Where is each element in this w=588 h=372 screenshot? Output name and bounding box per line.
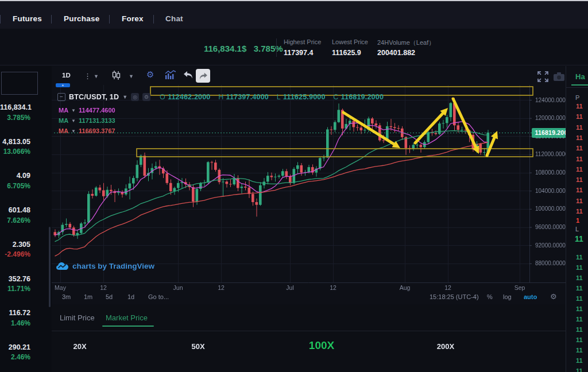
leverage-100x-button[interactable]: 100X: [309, 339, 334, 352]
watchlist-item-value[interactable]: 4.09: [0, 172, 30, 180]
camera-snapshot-icon[interactable]: [554, 72, 564, 81]
bid-row[interactable]: 11: [576, 264, 583, 271]
series-settings-icon[interactable]: ⚙: [142, 93, 150, 101]
symbol-row: − BTC/USDT, 1D ▼ ◎ ⚙ O112462.2000 H11739…: [57, 92, 384, 102]
ask-row[interactable]: 11: [576, 113, 583, 120]
percent-scale-button[interactable]: %: [487, 293, 493, 300]
watchlist-item-value[interactable]: 116,834.1: [0, 103, 30, 111]
clock-readout: 15:18:25 (UTC-4): [430, 293, 479, 300]
interval-button[interactable]: 1D: [62, 72, 71, 79]
tradingview-attribution[interactable]: charts by TradingView: [56, 262, 154, 270]
watchlist-item-change: 7.626%: [0, 216, 30, 224]
ask-row-highlight[interactable]: 1: [576, 217, 579, 224]
ma-legend-3[interactable]: MA▼116693.3767: [59, 127, 115, 134]
bid-row[interactable]: 11: [576, 347, 583, 354]
price-change: 3.785%: [254, 44, 283, 53]
settings-gear-icon[interactable]: ⚙: [146, 69, 154, 80]
tradingview-logo-icon: [56, 262, 68, 270]
leverage-50x-button[interactable]: 50X: [191, 342, 204, 351]
ask-row[interactable]: 11: [576, 166, 583, 173]
attribution-text: charts by TradingView: [72, 262, 154, 270]
bid-row[interactable]: 11: [576, 285, 583, 292]
range-3m-button[interactable]: 3m: [62, 293, 71, 300]
chart-panel: 1D ▲ ⋮ ▼ ▼ ⚙: [52, 66, 566, 304]
ask-row[interactable]: 11: [576, 124, 583, 131]
nav-item-forex[interactable]: Forex: [122, 14, 144, 23]
nav-item-chat[interactable]: Chat: [165, 14, 183, 23]
high-label: H: [218, 93, 223, 101]
auto-scale-button[interactable]: auto: [524, 293, 537, 300]
chevron-down-icon: ▼: [71, 108, 76, 113]
bid-row[interactable]: 11: [576, 274, 583, 281]
orderbook-panel: Ha P 11111111111111111111111 L 11 111111…: [566, 66, 588, 372]
ask-row[interactable]: 11: [576, 176, 583, 183]
collapse-legend-icon[interactable]: −: [57, 93, 65, 101]
watchlist-item-change: 11.71%: [0, 285, 30, 293]
ask-row[interactable]: 11: [576, 197, 583, 204]
volume-value: 200401.882: [377, 49, 415, 57]
ma-legend-2[interactable]: MA▼117131.3133: [59, 117, 115, 124]
volume-label: 24HVolume（Leaf）: [377, 38, 435, 47]
goto-button[interactable]: Go to...: [148, 293, 169, 300]
symbol-name[interactable]: BTC/USDT, 1D: [69, 93, 119, 101]
watchlist-item-value[interactable]: 4,813.05: [0, 138, 30, 146]
bid-row[interactable]: 11: [576, 357, 583, 364]
bid-row[interactable]: 11: [576, 336, 583, 343]
range-1d-button[interactable]: 1d: [127, 293, 134, 300]
chevron-down-icon[interactable]: ▼: [94, 73, 99, 79]
visibility-icon[interactable]: ◎: [131, 93, 139, 101]
share-redo-button[interactable]: [196, 69, 210, 83]
bid-row[interactable]: 11: [576, 367, 583, 372]
chevron-down-icon[interactable]: ▼: [129, 73, 134, 79]
ask-row[interactable]: 11: [576, 156, 583, 162]
ask-row[interactable]: 11: [576, 187, 583, 193]
ma-value: 117131.3133: [79, 117, 115, 124]
header-divider: [276, 38, 277, 57]
ask-row[interactable]: 11: [576, 145, 583, 152]
watchlist-item-value[interactable]: 601.48: [0, 206, 30, 214]
nav-item-futures[interactable]: Futures: [13, 14, 42, 23]
watchlist-item-change: 3.785%: [0, 114, 30, 122]
divider: [566, 87, 588, 88]
active-tab-underline: [571, 84, 588, 86]
bid-row[interactable]: 11: [576, 254, 583, 261]
open-label: O: [160, 93, 165, 101]
leverage-20x-button[interactable]: 20X: [73, 342, 86, 351]
watchlist-item-value[interactable]: 2.305: [0, 241, 30, 249]
high-value: 117397.4000: [226, 93, 269, 101]
watchlist-item-value[interactable]: 290.21: [0, 343, 30, 351]
nav-item-purchase[interactable]: Purchase: [64, 14, 99, 23]
bid-row[interactable]: 11: [576, 316, 583, 323]
indicators-icon[interactable]: [165, 70, 176, 80]
top-navbar: Futures Purchase Forex Chat: [0, 1, 588, 29]
watchlist-search-box[interactable]: [1, 72, 38, 95]
watchlist-item-change: 13.066%: [0, 148, 30, 156]
close-label: C: [333, 93, 338, 101]
menu-dots-icon[interactable]: ⋮: [84, 72, 91, 80]
bid-row[interactable]: 11: [576, 295, 583, 302]
nav-divider: [109, 15, 110, 24]
tab-limit-price[interactable]: Limit Price: [60, 313, 95, 322]
watchlist-scrollbar[interactable]: [49, 227, 51, 307]
watchlist-item-value[interactable]: 352.76: [0, 275, 30, 283]
range-5d-button[interactable]: 5d: [106, 293, 113, 300]
orderbook-tab[interactable]: Ha: [575, 72, 585, 81]
chevron-down-icon: ▼: [71, 129, 76, 134]
log-scale-button[interactable]: log: [503, 293, 512, 300]
bid-row[interactable]: 11: [576, 326, 583, 333]
candle-style-icon[interactable]: [111, 70, 121, 80]
fullscreen-icon[interactable]: [537, 71, 548, 82]
leverage-200x-button[interactable]: 200X: [437, 342, 454, 351]
ask-row[interactable]: 11: [576, 208, 583, 215]
ask-row[interactable]: 11: [576, 103, 583, 110]
ask-row[interactable]: 11: [576, 134, 583, 141]
tab-market-price[interactable]: Market Price: [106, 313, 148, 322]
watchlist-item-value[interactable]: 116.72: [0, 309, 30, 317]
ma-legend-1[interactable]: MA▼114477.4600: [59, 107, 115, 114]
chevron-down-icon[interactable]: ▼: [122, 94, 127, 100]
orderbook-last-label: L: [575, 226, 579, 232]
bid-row[interactable]: 11: [576, 305, 583, 312]
undo-icon[interactable]: [183, 71, 194, 79]
chart-settings-gear-icon[interactable]: ⚙: [550, 292, 557, 301]
range-1m-button[interactable]: 1m: [84, 293, 92, 300]
